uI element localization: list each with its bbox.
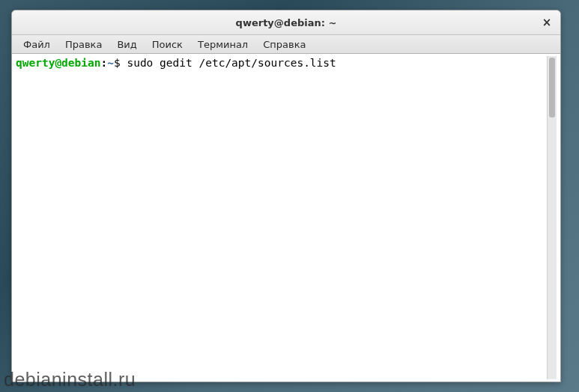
terminal-command: sudo gedit /etc/apt/sources.list — [121, 57, 336, 69]
menu-help[interactable]: Справка — [255, 37, 313, 52]
terminal-text-area[interactable]: qwerty@debian:~$ sudo gedit /etc/apt/sou… — [16, 56, 547, 379]
menu-edit[interactable]: Правка — [58, 37, 109, 52]
menu-file[interactable]: Файл — [16, 37, 58, 52]
prompt-symbol: $ — [114, 57, 121, 69]
watermark: debianinstall.ru — [4, 369, 136, 391]
prompt-separator: : — [101, 57, 108, 69]
terminal-window: qwerty@debian: ~ × Файл Правка Вид Поиск… — [11, 10, 561, 382]
menu-terminal[interactable]: Терминал — [190, 37, 255, 52]
prompt-path: ~ — [107, 57, 114, 69]
menu-search[interactable]: Поиск — [145, 37, 190, 52]
close-icon: × — [542, 16, 552, 29]
close-button[interactable]: × — [539, 15, 554, 30]
titlebar[interactable]: qwerty@debian: ~ × — [12, 10, 560, 35]
prompt-line: qwerty@debian:~$ sudo gedit /etc/apt/sou… — [16, 56, 547, 70]
prompt-user-host: qwerty@debian — [16, 57, 101, 69]
menu-view[interactable]: Вид — [109, 37, 144, 52]
window-title: qwerty@debian: ~ — [236, 17, 337, 28]
scrollbar-thumb[interactable] — [549, 58, 555, 117]
terminal-content[interactable]: qwerty@debian:~$ sudo gedit /etc/apt/sou… — [12, 54, 560, 382]
scrollbar[interactable] — [547, 56, 557, 379]
menubar: Файл Правка Вид Поиск Терминал Справка — [12, 35, 560, 54]
